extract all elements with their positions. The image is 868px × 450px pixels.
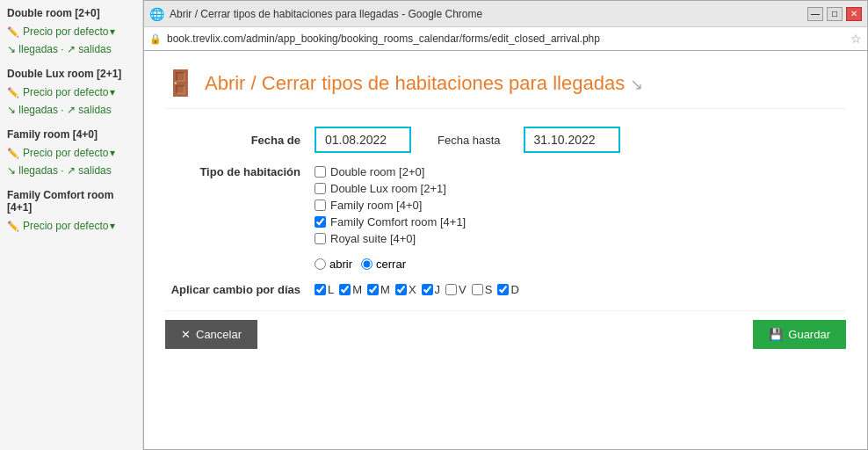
days-checkboxes: L M M X J <box>315 283 519 296</box>
dates-row: Fecha de Fecha hasta <box>165 127 846 153</box>
close-button[interactable]: ✕ <box>846 7 862 21</box>
day-S-input[interactable] <box>472 284 483 295</box>
edit-icon-4: ✏️ <box>7 221 19 232</box>
bookmark-icon[interactable]: ☆ <box>850 32 862 46</box>
sidebar-price-link-1[interactable]: ✏️ Precio por defecto ▾ <box>0 23 142 40</box>
save-icon: 💾 <box>769 328 783 341</box>
fecha-de-input[interactable] <box>315 127 411 153</box>
tipo-habitacion-label: Tipo de habitación <box>165 165 315 178</box>
radio-group: abrir cerrar <box>315 258 846 271</box>
door-icon: 🚪 <box>165 69 196 98</box>
sidebar-arrivals-2[interactable]: ↘ llegadas · ↗ salidas <box>0 101 142 121</box>
checkbox-family-comfort-input[interactable] <box>315 216 326 228</box>
day-M2[interactable]: M <box>367 283 390 296</box>
day-M1-input[interactable] <box>339 284 351 295</box>
radio-cerrar[interactable] <box>361 258 373 270</box>
dialog-header: 🚪 Abrir / Cerrar tipos de habitaciones p… <box>165 69 846 109</box>
checkbox-royal-suite[interactable]: Royal suite [4+0] <box>315 232 466 245</box>
sidebar: Double room [2+0] ✏️ Precio por defecto … <box>0 0 143 450</box>
browser-title: 🌐 Abrir / Cerrar tipos de habitaciones p… <box>149 7 482 21</box>
day-X[interactable]: X <box>395 283 416 296</box>
footer-bar: ✕ Cancelar 💾 Guardar <box>165 310 846 349</box>
sidebar-room-title-2: Double Lux room [2+1] <box>0 61 142 83</box>
room-checkboxes: Double room [2+0] Double Lux room [2+1] … <box>315 165 466 245</box>
sidebar-room-title-1: Double room [2+0] <box>0 0 142 23</box>
radio-abrir-label[interactable]: abrir <box>315 258 352 271</box>
lock-icon: 🔒 <box>149 33 162 45</box>
edit-icon-1: ✏️ <box>7 26 19 38</box>
day-D[interactable]: D <box>497 283 518 296</box>
sidebar-room-2: Double Lux room [2+1] ✏️ Precio por defe… <box>0 61 142 121</box>
browser-titlebar: 🌐 Abrir / Cerrar tipos de habitaciones p… <box>143 0 868 26</box>
edit-icon-2: ✏️ <box>7 87 19 98</box>
day-V-input[interactable] <box>445 284 457 295</box>
checkbox-double-lux[interactable]: Double Lux room [2+1] <box>315 182 466 195</box>
date-group: Fecha hasta <box>315 127 620 153</box>
url-text[interactable]: book.trevlix.com/admin/app_booking/booki… <box>167 33 845 45</box>
sidebar-room-1: Double room [2+0] ✏️ Precio por defecto … <box>0 0 142 61</box>
cancel-icon: ✕ <box>181 328 191 341</box>
days-row: Aplicar cambio por días L M M X <box>165 283 846 296</box>
sidebar-price-link-4[interactable]: ✏️ Precio por defecto ▾ <box>0 217 142 235</box>
sidebar-room-title-3: Family room [4+0] <box>0 121 142 144</box>
checkbox-family-comfort[interactable]: Family Comfort room [4+1] <box>315 215 466 229</box>
checkbox-double-lux-input[interactable] <box>315 183 326 194</box>
cancel-button[interactable]: ✕ Cancelar <box>165 320 257 349</box>
checkbox-double-room-input[interactable] <box>315 166 326 178</box>
checkbox-family-room-input[interactable] <box>315 200 326 211</box>
day-J[interactable]: J <box>422 283 441 296</box>
fecha-hasta-label: Fecha hasta <box>438 134 501 147</box>
day-L[interactable]: L <box>315 283 334 296</box>
day-X-input[interactable] <box>395 284 407 295</box>
fecha-hasta-input[interactable] <box>524 127 620 153</box>
sidebar-room-title-4: Family Comfort room [4+1] <box>0 182 142 217</box>
sidebar-room-3: Family room [4+0] ✏️ Precio por defecto … <box>0 121 142 182</box>
save-button[interactable]: 💾 Guardar <box>753 320 846 349</box>
sidebar-price-link-2[interactable]: ✏️ Precio por defecto ▾ <box>0 83 142 101</box>
maximize-button[interactable]: □ <box>827 7 843 21</box>
day-M2-input[interactable] <box>367 284 379 295</box>
aplicar-label: Aplicar cambio por días <box>165 283 315 296</box>
minimize-button[interactable]: — <box>807 7 823 21</box>
sidebar-price-link-3[interactable]: ✏️ Precio por defecto ▾ <box>0 144 142 162</box>
day-M1[interactable]: M <box>339 283 362 296</box>
fecha-de-label: Fecha de <box>165 134 315 147</box>
day-J-input[interactable] <box>422 284 433 295</box>
checkbox-double-room[interactable]: Double room [2+0] <box>315 165 466 178</box>
sidebar-arrivals-3[interactable]: ↘ llegadas · ↗ salidas <box>0 162 142 182</box>
day-D-input[interactable] <box>497 284 509 295</box>
dialog-title: Abrir / Cerrar tipos de habitaciones par… <box>205 72 643 95</box>
radio-cerrar-label[interactable]: cerrar <box>361 258 406 271</box>
checkbox-family-room[interactable]: Family room [4+0] <box>315 199 466 212</box>
browser-addressbar: 🔒 book.trevlix.com/admin/app_booking/boo… <box>143 26 868 51</box>
day-S[interactable]: S <box>472 283 493 296</box>
browser-controls: — □ ✕ <box>807 7 862 21</box>
sidebar-room-4: Family Comfort room [4+1] ✏️ Precio por … <box>0 182 142 235</box>
checkbox-royal-suite-input[interactable] <box>315 233 326 244</box>
browser-window: 🌐 Abrir / Cerrar tipos de habitaciones p… <box>143 0 868 450</box>
edit-icon-3: ✏️ <box>7 148 19 159</box>
radio-abrir[interactable] <box>315 258 326 270</box>
day-V[interactable]: V <box>445 283 467 296</box>
day-L-input[interactable] <box>315 284 326 295</box>
room-type-row: Tipo de habitación Double room [2+0] Dou… <box>165 165 846 245</box>
sidebar-arrivals-1[interactable]: ↘ llegadas · ↗ salidas <box>0 40 142 61</box>
browser-content: 🚪 Abrir / Cerrar tipos de habitaciones p… <box>143 51 868 450</box>
